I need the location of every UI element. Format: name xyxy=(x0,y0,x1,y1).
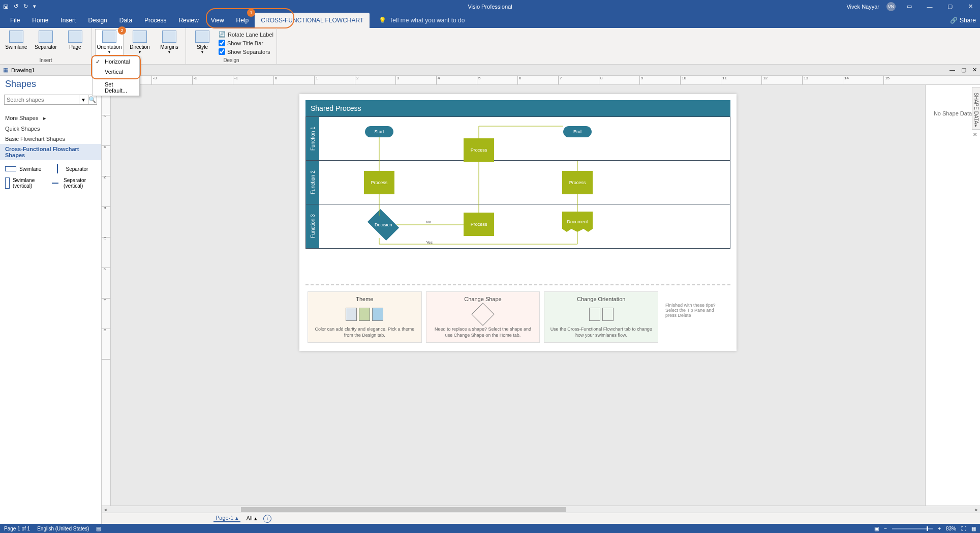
title-bar: 🖫 ↺ ↻ ▾ Visio Professional Vivek Nayyar … xyxy=(0,0,980,13)
save-icon[interactable]: 🖫 xyxy=(3,4,9,10)
palette-separator[interactable]: Separator xyxy=(52,164,97,173)
rotate-lane-label-checkbox[interactable]: 🔄Rotate Lane Label xyxy=(219,30,273,39)
fit-window-icon[interactable]: ⛶ xyxy=(961,526,966,531)
search-dropdown-button[interactable]: ▾ xyxy=(79,95,88,105)
page-tabs: Page-1 ▴ All ▴ + xyxy=(102,513,980,524)
quick-shapes-link[interactable]: Quick Shapes xyxy=(0,124,101,134)
tip-change-shape[interactable]: Change Shape Need to replace a shape? Se… xyxy=(426,291,540,343)
style-button[interactable]: Style▾ xyxy=(189,29,216,56)
shape-document[interactable]: Document xyxy=(562,212,593,232)
dropdown-horizontal[interactable]: Horizontal xyxy=(93,56,139,67)
palette-swimlane-vertical[interactable]: Swimlane (vertical) xyxy=(5,177,50,189)
tab-process[interactable]: Process xyxy=(138,13,172,28)
shape-process-1[interactable]: Process xyxy=(464,138,494,162)
canvas-area: -4-3-2-10123456789101112131415 876543210… xyxy=(102,76,980,524)
palette-separator-vertical[interactable]: Separator (vertical) xyxy=(52,177,97,189)
tab-insert[interactable]: Insert xyxy=(54,13,82,28)
swimlane-button[interactable]: Swimlane xyxy=(3,29,29,56)
label-yes: Yes xyxy=(426,240,433,245)
zoom-in-button[interactable]: + xyxy=(938,526,941,531)
ribbon-mode-icon[interactable]: ▭ xyxy=(903,3,916,10)
dropdown-vertical[interactable]: Vertical xyxy=(93,67,139,77)
tab-data[interactable]: Data xyxy=(113,13,138,28)
lane-header-1[interactable]: Function 1 xyxy=(306,117,319,160)
redo-icon[interactable]: ↻ xyxy=(23,3,28,10)
more-shapes-link[interactable]: More Shapes ▸ xyxy=(0,113,101,124)
minimize-button[interactable]: — xyxy=(923,4,936,10)
margins-button[interactable]: Margins▾ xyxy=(156,29,182,56)
ribbon-group-arrange: Orientation▾ 2 Direction▾ Margins▾ Horiz… xyxy=(92,28,186,64)
shapes-title: Shapes xyxy=(5,79,36,90)
scroll-left-icon[interactable]: ◂ xyxy=(102,507,109,512)
zoom-level[interactable]: 83% xyxy=(946,526,956,531)
lane-header-3[interactable]: Function 3 xyxy=(306,204,319,248)
shape-process-2[interactable]: Process xyxy=(364,171,394,194)
dropdown-set-default[interactable]: Set Default... xyxy=(93,79,139,96)
search-shapes-input[interactable] xyxy=(4,95,79,105)
tab-view[interactable]: View xyxy=(205,13,230,28)
page-button[interactable]: Page xyxy=(62,29,88,56)
tab-review[interactable]: Review xyxy=(172,13,204,28)
undo-icon[interactable]: ↺ xyxy=(14,3,18,10)
shape-process-3[interactable]: Process xyxy=(562,171,593,194)
separator-button[interactable]: Separator xyxy=(33,29,59,56)
tab-home[interactable]: Home xyxy=(26,13,54,28)
status-bar: Page 1 of 1 English (United States) ▤ ▣ … xyxy=(0,524,980,533)
horizontal-scrollbar[interactable]: ◂ ▸ xyxy=(102,506,980,513)
shape-data-panel: SHAPE DATA No Shape Data ▾ ✕ xyxy=(925,85,980,506)
doc-maximize-button[interactable]: ▢ xyxy=(961,67,966,73)
tip-change-orientation[interactable]: Change Orientation Use the Cross-Functio… xyxy=(544,291,658,343)
user-name[interactable]: Vivek Nayyar xyxy=(846,4,879,10)
show-title-bar-checkbox[interactable]: Show Title Bar xyxy=(219,39,273,47)
direction-button[interactable]: Direction▾ xyxy=(127,29,153,56)
shapes-pane: Shapes ‹ ▾ 🔍 More Shapes ▸ Quick Shapes … xyxy=(0,76,102,524)
page-tab-all[interactable]: All ▴ xyxy=(247,515,257,522)
tab-cross-functional-flowchart[interactable]: CROSS-FUNCTIONAL FLOWCHART xyxy=(255,13,370,28)
vertical-ruler: 876543210 xyxy=(102,85,111,506)
zoom-slider[interactable] xyxy=(892,528,933,529)
qat-dropdown-icon[interactable]: ▾ xyxy=(33,3,36,10)
language-status[interactable]: English (United States) xyxy=(37,526,89,531)
visio-icon: ▦ xyxy=(3,67,8,73)
doc-close-button[interactable]: ✕ xyxy=(972,67,977,73)
app-title: Visio Professional xyxy=(468,4,512,10)
drawing-page[interactable]: Shared Process Function 1 Start Process … xyxy=(299,94,737,351)
lane-header-2[interactable]: Function 2 xyxy=(306,161,319,204)
user-avatar[interactable]: VN xyxy=(886,2,896,11)
shape-decision[interactable]: Decision xyxy=(368,209,399,241)
pan-zoom-icon[interactable]: ▦ xyxy=(971,526,976,531)
search-button[interactable]: 🔍 xyxy=(88,95,98,105)
page-count[interactable]: Page 1 of 1 xyxy=(4,526,30,531)
shape-end[interactable]: End xyxy=(563,126,592,137)
orientation-button[interactable]: Orientation▾ 2 xyxy=(95,29,124,56)
palette-swimlane[interactable]: Swimlane xyxy=(5,164,50,173)
scroll-right-icon[interactable]: ▸ xyxy=(973,507,980,512)
cff-shapes-link[interactable]: Cross-Functional Flowchart Shapes xyxy=(0,144,101,160)
zoom-out-button[interactable]: − xyxy=(884,526,887,531)
tab-design[interactable]: Design xyxy=(82,13,113,28)
shape-start[interactable]: Start xyxy=(365,126,393,137)
swimlane-container: Function 1 Start Process End Function 2 xyxy=(305,116,730,249)
add-page-button[interactable]: + xyxy=(263,515,271,523)
close-button[interactable]: ✕ xyxy=(964,3,977,10)
shape-data-dropdown-icon[interactable]: ▾ xyxy=(974,123,977,128)
tab-file[interactable]: File xyxy=(4,13,26,28)
shape-process-4[interactable]: Process xyxy=(464,213,494,236)
basic-flowchart-link[interactable]: Basic Flowchart Shapes xyxy=(0,134,101,144)
flowchart-title[interactable]: Shared Process xyxy=(305,100,730,116)
tip-theme[interactable]: Theme Color can add clarity and elegance… xyxy=(308,291,422,343)
presentation-mode-icon[interactable]: ▣ xyxy=(874,526,879,531)
drawing-canvas[interactable]: Shared Process Function 1 Start Process … xyxy=(111,85,925,506)
tips-pane[interactable]: Theme Color can add clarity and elegance… xyxy=(305,285,730,345)
maximize-button[interactable]: ▢ xyxy=(943,3,957,10)
page-tab-1[interactable]: Page-1 ▴ xyxy=(213,515,240,522)
macro-recorder-icon[interactable]: ▤ xyxy=(96,526,101,531)
document-name[interactable]: Drawing1 xyxy=(11,67,35,73)
share-button[interactable]: 🔗 Share xyxy=(950,17,976,24)
scroll-thumb[interactable] xyxy=(241,507,566,512)
horizontal-ruler: -4-3-2-10123456789101112131415 xyxy=(102,76,980,85)
shape-data-close-icon[interactable]: ✕ xyxy=(973,132,977,137)
show-separators-checkbox[interactable]: Show Separators xyxy=(219,47,273,56)
doc-minimize-button[interactable]: — xyxy=(950,67,955,73)
tell-me-search[interactable]: 💡 Tell me what you want to do xyxy=(379,17,465,24)
